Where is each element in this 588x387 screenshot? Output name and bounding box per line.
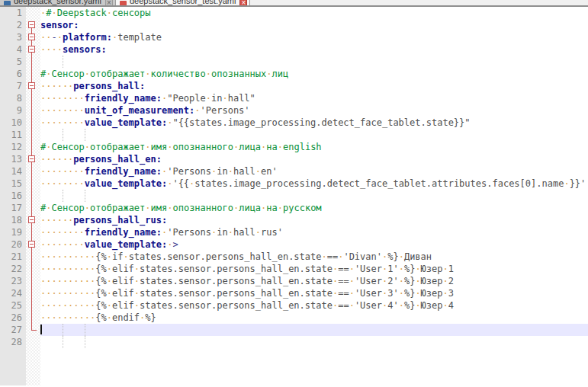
code-line-text[interactable]: ··········{%·endif·%} [40, 312, 588, 324]
line-number[interactable]: 27 [0, 324, 26, 336]
code-line-text[interactable]: sensor: [40, 19, 588, 31]
code-line[interactable]: 18······persons_hall_rus: [0, 214, 588, 226]
code-line-text[interactable] [40, 56, 588, 68]
fold-collapse-icon[interactable] [28, 34, 35, 40]
fold-collapse-icon[interactable] [28, 46, 35, 53]
fold-collapse-icon[interactable] [28, 241, 35, 248]
code-line-text[interactable]: ··········{%·elif·states.sensor.persons_… [40, 299, 588, 312]
line-number[interactable]: 7 [0, 80, 26, 92]
code-line[interactable]: 16 [0, 190, 588, 202]
code-line[interactable]: 14········friendly_name:·'Persons·in·hal… [0, 165, 588, 178]
code-line-text[interactable]: ··········{%·elif·states.sensor.persons_… [40, 263, 588, 275]
code-line[interactable]: 19········friendly_name:·'Persons·in·hal… [0, 226, 588, 238]
code-line-text[interactable]: ··········{%·elif·states.sensor.persons_… [40, 287, 588, 299]
code-line[interactable]: 3··-·platform:·template [0, 31, 588, 43]
code-line[interactable]: 8········friendly_name:·"People·in·hall" [0, 92, 588, 104]
code-line-text[interactable]: ········value_template:·> [40, 238, 588, 251]
line-number[interactable]: 18 [0, 214, 26, 226]
code-line[interactable]: 4····sensors: [0, 43, 588, 56]
code-line[interactable]: 2sensor: [0, 19, 588, 31]
code-line-text[interactable]: #·Сенсор·отображает·имя·опознанного·лица… [40, 141, 588, 153]
code-line[interactable]: 1·#·Deepstack·сенсоры [0, 7, 588, 19]
close-tab-icon[interactable]: × [105, 0, 113, 5]
code-line-text[interactable]: ······persons_hall_en: [40, 153, 588, 165]
line-number[interactable]: 6 [0, 68, 26, 80]
code-line[interactable]: 26··········{%·endif·%} [0, 312, 588, 324]
code-line[interactable]: 25··········{%·elif·states.sensor.person… [0, 299, 588, 312]
line-number[interactable]: 4 [0, 43, 26, 56]
code-line-text[interactable]: ········friendly_name:·'Persons·in·hall·… [40, 165, 588, 178]
line-number[interactable]: 5 [0, 56, 26, 68]
code-line[interactable]: 11 [0, 129, 588, 141]
code-line[interactable]: 27 [0, 324, 588, 336]
code-line-text[interactable]: ····sensors: [40, 43, 588, 56]
code-line[interactable]: 13······persons_hall_en: [0, 153, 588, 165]
line-number[interactable]: 9 [0, 104, 26, 117]
code-line-text[interactable] [40, 324, 588, 336]
code-line-text[interactable]: ········friendly_name:·'Persons·in·hall·… [40, 226, 588, 238]
line-number[interactable]: 11 [0, 129, 26, 141]
line-number[interactable]: 15 [0, 178, 26, 190]
code-line-text[interactable]: ··········{%·elif·states.sensor.persons_… [40, 275, 588, 287]
code-line-text[interactable]: #·Сенсор·отображает·имя·опознанного·лица… [40, 202, 588, 214]
code-line[interactable]: 10········value_template:·"{{states.imag… [0, 117, 588, 129]
line-number[interactable]: 16 [0, 190, 26, 202]
code-line[interactable]: 28 [0, 336, 588, 348]
line-number[interactable]: 1 [0, 7, 26, 19]
code-line[interactable]: 15········value_template:·'{{·states.ima… [0, 178, 588, 190]
line-number[interactable]: 13 [0, 153, 26, 165]
fold-collapse-icon[interactable] [28, 21, 35, 28]
code-line-text[interactable]: ·#·Deepstack·сенсоры [40, 7, 588, 19]
code-line-text[interactable] [40, 129, 588, 141]
fold-collapse-icon[interactable] [28, 82, 35, 89]
line-number[interactable]: 19 [0, 226, 26, 238]
code-line[interactable]: 7······persons_hall: [0, 80, 588, 92]
line-number[interactable]: 28 [0, 336, 26, 348]
line-number[interactable]: 2 [0, 19, 26, 31]
line-number[interactable]: 22 [0, 263, 26, 275]
line-number[interactable]: 20 [0, 238, 26, 251]
line-number[interactable]: 12 [0, 141, 26, 153]
code-line-text[interactable]: #·Сенсор·отображает·количество·опознанны… [40, 68, 588, 80]
code-area[interactable]: 1·#·Deepstack·сенсоры2sensor:3··-·platfo… [0, 7, 588, 348]
line-number[interactable]: 3 [0, 31, 26, 43]
line-number[interactable]: 10 [0, 117, 26, 129]
code-line-text[interactable]: ········value_template:·'{{·states.image… [40, 178, 588, 190]
fold-collapse-icon[interactable] [28, 155, 35, 162]
key-token: value_template: [85, 117, 167, 128]
code-line[interactable]: 12#·Сенсор·отображает·имя·опознанного·ли… [0, 141, 588, 153]
code-line-text[interactable]: ······persons_hall_rus: [40, 214, 588, 226]
code-line[interactable]: 17#·Сенсор·отображает·имя·опознанного·ли… [0, 202, 588, 214]
tab-deepstack-sensor-yaml[interactable]: deepstack_sensor.yaml × [0, 0, 116, 5]
line-number[interactable]: 8 [0, 92, 26, 104]
code-line-text[interactable]: ········friendly_name:·"People·in·hall" [40, 92, 588, 104]
fold-collapse-icon[interactable] [28, 216, 35, 223]
code-line[interactable]: 9········unit_of_measurement:·'Persons' [0, 104, 588, 117]
key-token: friendly_name: [85, 166, 162, 177]
code-line-text[interactable]: ··········{%·if·states.sensor.persons_ha… [40, 251, 588, 263]
whitespace-dots: · [206, 93, 211, 104]
code-line[interactable]: 22··········{%·elif·states.sensor.person… [0, 263, 588, 275]
code-line-text[interactable] [40, 336, 588, 348]
line-number[interactable]: 25 [0, 299, 26, 312]
code-editor[interactable]: 1·#·Deepstack·сенсоры2sensor:3··-·platfo… [0, 7, 588, 385]
code-line[interactable]: 23··········{%·elif·states.sensor.person… [0, 275, 588, 287]
code-line[interactable]: 21··········{%·if·states.sensor.persons_… [0, 251, 588, 263]
close-tab-icon[interactable]: × [239, 0, 247, 5]
line-number[interactable]: 17 [0, 202, 26, 214]
code-line-text[interactable]: ········unit_of_measurement:·'Persons' [40, 104, 588, 117]
line-number[interactable]: 24 [0, 287, 26, 299]
line-number[interactable]: 21 [0, 251, 26, 263]
code-line[interactable]: 20········value_template:·> [0, 238, 588, 251]
code-line[interactable]: 24··········{%·elif·states.sensor.person… [0, 287, 588, 299]
code-line-text[interactable] [40, 190, 588, 202]
code-line-text[interactable]: ······persons_hall: [40, 80, 588, 92]
code-line[interactable]: 5 [0, 56, 588, 68]
tab-deepstack-sensor-test-yaml[interactable]: deepstack_sensor_test.yaml × [116, 0, 250, 5]
code-line-text[interactable]: ········value_template:·"{{states.image_… [40, 117, 588, 129]
line-number[interactable]: 14 [0, 165, 26, 178]
line-number[interactable]: 26 [0, 312, 26, 324]
code-line-text[interactable]: ··-·platform:·template [40, 31, 588, 43]
line-number[interactable]: 23 [0, 275, 26, 287]
code-line[interactable]: 6#·Сенсор·отображает·количество·опознанн… [0, 68, 588, 80]
